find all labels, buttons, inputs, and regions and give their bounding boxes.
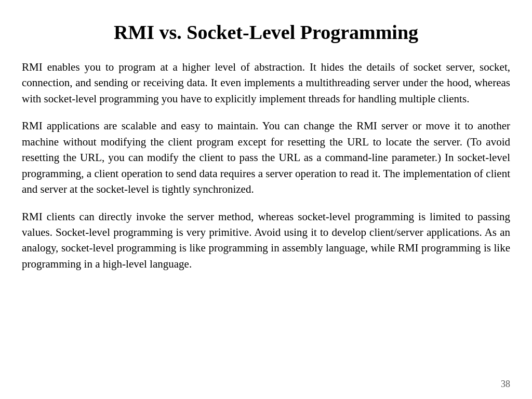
- paragraph-1: RMI enables you to program at a higher l…: [22, 59, 510, 107]
- paragraph-2: RMI applications are scalable and easy t…: [22, 118, 510, 197]
- slide: RMI vs. Socket-Level Programming RMI ena…: [0, 0, 532, 399]
- page-number: 38: [501, 379, 510, 390]
- paragraph-3: RMI clients can directly invoke the serv…: [22, 209, 510, 272]
- slide-body: RMI enables you to program at a higher l…: [22, 59, 510, 272]
- slide-title: RMI vs. Socket-Level Programming: [22, 21, 510, 44]
